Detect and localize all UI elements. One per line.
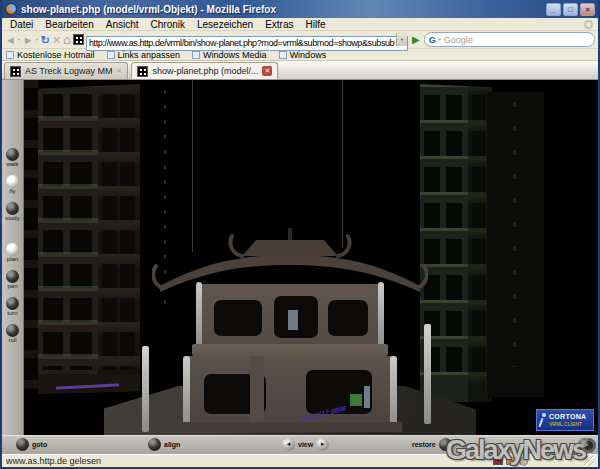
pagoda-upper-story — [200, 284, 380, 344]
status-text: www.as.http.de gelesen — [6, 456, 493, 466]
forward-icon[interactable]: ► — [23, 33, 34, 47]
resize-grip[interactable] — [584, 456, 594, 466]
go-icon[interactable]: ▶ — [410, 34, 422, 45]
turn-button[interactable]: turn — [2, 297, 24, 317]
status-bar: www.as.http.de gelesen — [2, 454, 598, 467]
fit-button[interactable] — [578, 438, 591, 451]
plan-button[interactable]: plan — [2, 243, 24, 263]
menu-lesezeichen[interactable]: Lesezeichen — [191, 19, 259, 30]
home-icon[interactable]: ⌂ — [63, 33, 71, 47]
pagoda-roof — [152, 228, 428, 292]
tab-close-icon[interactable]: ✕ — [117, 67, 123, 75]
address-input[interactable] — [86, 36, 408, 51]
left-tower — [38, 84, 140, 394]
status-indicator-icon — [519, 457, 528, 466]
bookmark-kostenlose-hotmail[interactable]: Kostenlose Hotmail — [6, 50, 95, 60]
roll-button[interactable]: roll — [2, 324, 24, 344]
bookmark-windows[interactable]: Windows — [279, 50, 327, 60]
cortona-logo: CORTONA VRML CLIENT — [536, 409, 594, 431]
minimize-button[interactable]: _ — [546, 3, 561, 16]
goto-button[interactable]: goto — [16, 438, 47, 451]
cortona-figure-icon — [539, 412, 547, 428]
view-controls: ◄ view ► — [282, 438, 329, 451]
nav-toolbar: ◄ ▼ ► ▼ ↻ ✕ ⌂ ▼ ▶ G ▼ — [2, 31, 598, 49]
menu-extras[interactable]: Extras — [259, 19, 299, 30]
align-button[interactable]: align — [148, 438, 180, 451]
tab-close-icon[interactable]: ✕ — [262, 66, 272, 76]
pagoda-building: DAL1112 0808 — [152, 228, 428, 434]
previous-view-button[interactable]: ◄ — [282, 438, 295, 451]
far-right-tower — [486, 92, 544, 397]
cable-right — [342, 80, 343, 248]
maximize-button[interactable]: □ — [563, 3, 578, 16]
menu-chronik[interactable]: Chronik — [145, 19, 191, 30]
plan-icon — [6, 243, 19, 256]
throbber-icon — [584, 20, 593, 29]
light-post-left — [142, 346, 149, 432]
vrml-side-toolbar: walk fly study plan pan turn — [2, 80, 24, 435]
fly-icon — [6, 175, 19, 188]
restore-button[interactable]: restore — [412, 438, 452, 451]
study-icon — [6, 202, 19, 215]
bookmark-icon — [107, 51, 115, 59]
stop-icon[interactable]: ✕ — [52, 33, 61, 47]
tab-show-planet[interactable]: show-planet.php (model/... ✕ — [131, 62, 278, 79]
menu-datei[interactable]: Datei — [4, 19, 39, 30]
bookmark-links-anpassen[interactable]: Links anpassen — [107, 50, 181, 60]
search-input[interactable] — [444, 35, 590, 45]
vrml-bottom-toolbar: goto align ◄ view ► restore — [2, 435, 598, 454]
walk-icon — [6, 148, 19, 161]
fit-icon — [578, 438, 591, 451]
walk-button[interactable]: walk — [2, 148, 24, 168]
pagoda-cornice — [192, 344, 388, 356]
google-icon[interactable]: G — [429, 35, 436, 45]
menu-hilfe[interactable]: Hilfe — [300, 19, 332, 30]
address-dropdown-icon[interactable]: ▼ — [396, 33, 407, 46]
search-box: G ▼ — [424, 32, 595, 47]
menu-ansicht[interactable]: Ansicht — [100, 19, 145, 30]
page-favicon — [73, 34, 84, 45]
browser-window: show-planet.php (model/vrml-Objekt) - Mo… — [0, 0, 600, 469]
restore-icon — [439, 438, 452, 451]
status-plugin-icon[interactable] — [506, 457, 516, 465]
turn-icon — [6, 297, 19, 310]
reload-icon[interactable]: ↻ — [41, 33, 50, 47]
align-icon — [148, 438, 161, 451]
tab-as-treck-logway[interactable]: AS Treck Logway MM ✕ — [4, 62, 128, 79]
menu-bearbeiten[interactable]: Bearbeiten — [39, 19, 99, 30]
content-area: walk fly study plan pan turn — [2, 80, 598, 435]
next-view-button[interactable]: ► — [316, 438, 329, 451]
search-engine-dropdown-icon[interactable]: ▼ — [438, 37, 442, 42]
study-button[interactable]: study — [2, 202, 24, 222]
pan-icon — [6, 270, 19, 283]
title-bar[interactable]: show-planet.php (model/vrml-Objekt) - Mo… — [2, 0, 598, 18]
tab-favicon — [10, 66, 21, 77]
bookmark-icon — [279, 51, 287, 59]
bookmarks-bar: Kostenlose Hotmail Links anpassen Window… — [2, 49, 598, 61]
pan-button[interactable]: pan — [2, 270, 24, 290]
status-badge-icon[interactable] — [493, 457, 503, 465]
pagoda-lower-story — [188, 356, 392, 422]
pagoda-base — [178, 422, 402, 432]
close-button[interactable]: × — [580, 3, 595, 16]
tab-favicon — [137, 66, 148, 77]
background-tower-sliver — [24, 80, 38, 390]
bookmark-icon — [6, 51, 14, 59]
firefox-icon — [5, 3, 17, 15]
tab-bar: AS Treck Logway MM ✕ show-planet.php (mo… — [2, 61, 598, 80]
roll-icon — [6, 324, 19, 337]
pagoda-mid-pillar — [250, 356, 264, 422]
back-dropdown-icon[interactable]: ▼ — [17, 37, 21, 42]
vrml-viewport[interactable]: DAL1112 0808 CORTONA VRML CLIENT — [24, 80, 598, 435]
bookmark-windows-media[interactable]: Windows Media — [192, 50, 267, 60]
window-title: show-planet.php (model/vrml-Objekt) - Mo… — [21, 4, 546, 15]
tower-base-marking — [56, 383, 119, 389]
cable-left — [192, 80, 193, 252]
menu-bar: Datei Bearbeiten Ansicht Chronik Lesezei… — [2, 18, 598, 31]
bookmark-icon — [192, 51, 200, 59]
back-icon[interactable]: ◄ — [5, 33, 16, 47]
goto-icon — [16, 438, 29, 451]
light-post-right — [424, 324, 431, 424]
forward-dropdown-icon[interactable]: ▼ — [35, 37, 39, 42]
fly-button[interactable]: fly — [2, 175, 24, 195]
